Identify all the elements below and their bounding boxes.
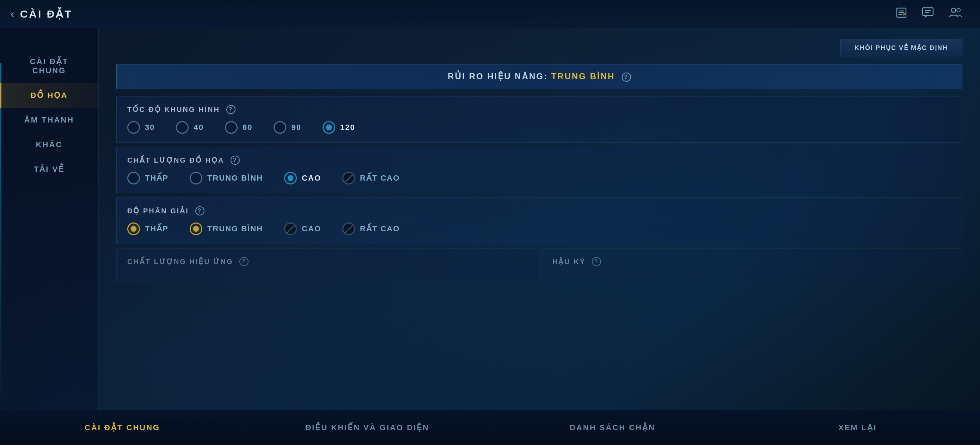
- frame-rate-title: TỐC ĐỘ KHUNG HÌNH ?: [127, 105, 951, 114]
- svg-rect-4: [923, 8, 933, 16]
- sidebar-item-download[interactable]: TẢI VỀ: [0, 157, 99, 182]
- graphics-quality-section: CHẤT LƯỢNG ĐỒ HỌA ? THẤP TRUNG BÌNH CAO: [116, 147, 963, 193]
- label-60: 60: [243, 123, 252, 132]
- frame-rate-option-120[interactable]: 120: [323, 121, 355, 134]
- performance-label: RỦI RO HIỆU NĂNG:: [448, 71, 548, 81]
- post-processing-section: HẬU KỲ ?: [541, 248, 963, 282]
- svg-point-7: [951, 8, 956, 12]
- effect-quality-help-icon[interactable]: ?: [239, 257, 248, 266]
- friends-icon[interactable]: [948, 7, 963, 22]
- resolution-high-option[interactable]: CAO: [284, 223, 321, 235]
- radio-120[interactable]: [323, 121, 335, 134]
- resolution-very-high-option[interactable]: RẤT CAO: [342, 223, 400, 235]
- tasks-icon[interactable]: [896, 7, 907, 22]
- graphics-low-option[interactable]: THẤP: [127, 172, 169, 184]
- resolution-medium-option[interactable]: TRUNG BÌNH: [190, 223, 263, 235]
- graphics-medium-option[interactable]: TRUNG BÌNH: [190, 172, 263, 184]
- effect-quality-section: CHẤT LƯỢNG HIỆU ỨNG ?: [116, 248, 537, 282]
- radio-graphics-low[interactable]: [127, 172, 140, 184]
- label-resolution-high: CAO: [302, 224, 321, 233]
- bottom-nav-controls[interactable]: ĐIỀU KHIỂN VÀ GIAO DIỆN: [245, 410, 490, 445]
- header-title: CÀI ĐẶT: [20, 8, 73, 20]
- label-graphics-low: THẤP: [145, 174, 169, 183]
- radio-60[interactable]: [225, 121, 238, 134]
- label-30: 30: [145, 123, 155, 132]
- radio-30[interactable]: [127, 121, 140, 134]
- performance-help-icon[interactable]: ?: [622, 73, 631, 82]
- frame-rate-option-90[interactable]: 90: [274, 121, 301, 134]
- header-left: ‹ CÀI ĐẶT: [11, 7, 73, 21]
- radio-graphics-high[interactable]: [284, 172, 297, 184]
- resolution-help-icon[interactable]: ?: [195, 206, 204, 215]
- frame-rate-option-60[interactable]: 60: [225, 121, 252, 134]
- radio-resolution-high[interactable]: [284, 223, 297, 235]
- sidebar-item-graphics[interactable]: ĐỒ HỌA: [0, 83, 99, 108]
- label-90: 90: [291, 123, 301, 132]
- graphics-high-option[interactable]: CAO: [284, 172, 321, 184]
- resolution-low-option[interactable]: THẤP: [127, 223, 169, 235]
- frame-rate-options: 30 40 60 90 120: [127, 121, 951, 134]
- header: ‹ CÀI ĐẶT: [0, 0, 980, 28]
- main-container: CÀI ĐẶTCHUNG ĐỒ HỌA ÂM THANH KHÁC TẢI VỀ…: [0, 28, 980, 410]
- label-graphics-very-high: RẤT CAO: [360, 174, 400, 183]
- radio-graphics-medium[interactable]: [190, 172, 202, 184]
- content-area: KHÔI PHỤC VỀ MẶC ĐỊNH RỦI RO HIỆU NĂNG: …: [99, 28, 980, 410]
- graphics-quality-options: THẤP TRUNG BÌNH CAO RẤT CAO: [127, 172, 951, 184]
- label-graphics-medium: TRUNG BÌNH: [207, 174, 263, 183]
- resolution-section: ĐỘ PHÂN GIẢI ? THẤP TRUNG BÌNH CAO: [116, 198, 963, 244]
- post-processing-title: HẬU KỲ ?: [552, 257, 951, 266]
- sidebar-item-general[interactable]: CÀI ĐẶTCHUNG: [0, 49, 99, 83]
- graphics-quality-title: CHẤT LƯỢNG ĐỒ HỌA ?: [127, 155, 951, 165]
- radio-resolution-medium[interactable]: [190, 223, 202, 235]
- label-graphics-high: CAO: [302, 174, 321, 183]
- label-resolution-low: THẤP: [145, 224, 169, 233]
- radio-graphics-very-high[interactable]: [342, 172, 355, 184]
- resolution-title: ĐỘ PHÂN GIẢI ?: [127, 206, 951, 215]
- sidebar-item-other[interactable]: KHÁC: [0, 132, 99, 157]
- graphics-quality-help-icon[interactable]: ?: [231, 155, 240, 165]
- label-resolution-medium: TRUNG BÌNH: [207, 224, 263, 233]
- bottom-nav: CÀI ĐẶT CHUNG ĐIỀU KHIỂN VÀ GIAO DIỆN DA…: [0, 410, 980, 445]
- radio-90[interactable]: [274, 121, 286, 134]
- bottom-nav-general[interactable]: CÀI ĐẶT CHUNG: [0, 410, 245, 445]
- frame-rate-option-40[interactable]: 40: [176, 121, 204, 134]
- radio-40[interactable]: [176, 121, 189, 134]
- header-icons: [896, 7, 963, 22]
- effect-quality-title: CHẤT LƯỢNG HIỆU ỨNG ?: [127, 257, 526, 266]
- radio-resolution-very-high[interactable]: [342, 223, 355, 235]
- bottom-nav-review[interactable]: XEM LẠI: [735, 410, 980, 445]
- resolution-options: THẤP TRUNG BÌNH CAO RẤT CAO: [127, 223, 951, 235]
- bottom-nav-blocklist[interactable]: DANH SÁCH CHẶN: [490, 410, 735, 445]
- two-col-section: CHẤT LƯỢNG HIỆU ỨNG ? HẬU KỲ ?: [116, 248, 963, 286]
- frame-rate-section: TỐC ĐỘ KHUNG HÌNH ? 30 40 60 90: [116, 96, 963, 143]
- frame-rate-help-icon[interactable]: ?: [226, 105, 235, 114]
- sidebar-item-audio[interactable]: ÂM THANH: [0, 108, 99, 132]
- label-resolution-very-high: RẤT CAO: [360, 224, 400, 233]
- sidebar: CÀI ĐẶTCHUNG ĐỒ HỌA ÂM THANH KHÁC TẢI VỀ: [0, 28, 99, 410]
- back-icon[interactable]: ‹: [11, 7, 14, 21]
- label-40: 40: [194, 123, 204, 132]
- label-120: 120: [340, 123, 355, 132]
- post-processing-help-icon[interactable]: ?: [592, 257, 601, 266]
- radio-resolution-low[interactable]: [127, 223, 140, 235]
- svg-point-8: [957, 8, 960, 12]
- chat-icon[interactable]: [921, 7, 934, 22]
- frame-rate-option-30[interactable]: 30: [127, 121, 155, 134]
- performance-banner: RỦI RO HIỆU NĂNG: TRUNG BÌNH ?: [116, 64, 963, 89]
- restore-default-button[interactable]: KHÔI PHỤC VỀ MẶC ĐỊNH: [840, 39, 963, 57]
- performance-value: TRUNG BÌNH: [551, 71, 615, 81]
- graphics-very-high-option[interactable]: RẤT CAO: [342, 172, 400, 184]
- restore-btn-container: KHÔI PHỤC VỀ MẶC ĐỊNH: [116, 39, 963, 57]
